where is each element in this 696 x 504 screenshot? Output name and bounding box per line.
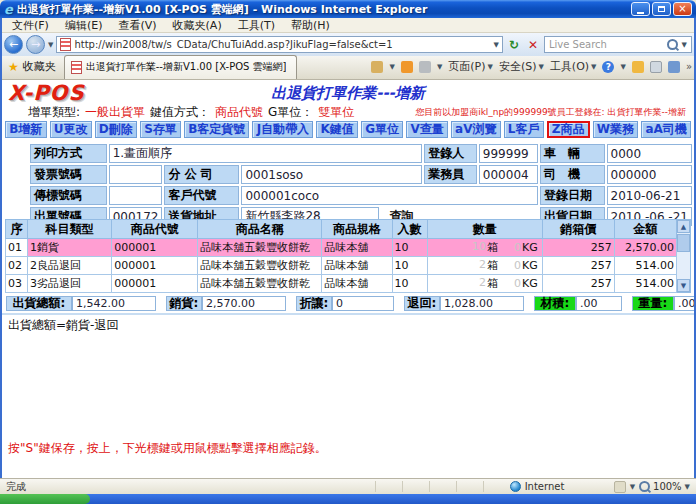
table-row[interactable]: 03 3劣品退回 000001 品味本舖五穀豐收餅乾 品味本舖 10 2箱0KG… [6,275,677,293]
btn-driver[interactable]: aA司機 [641,121,691,138]
weight-field[interactable]: .00 [674,296,696,311]
btn-key-value[interactable]: K鍵值 [316,121,358,138]
driver-field[interactable]: 000000 [607,165,692,184]
sales-total-field[interactable]: 2,570.00 [202,296,286,311]
discount-field[interactable]: 0 [332,296,394,311]
nav-dropdown-icon[interactable]: ▼ [48,41,53,49]
table-row[interactable]: 01 1銷貨 000001 品味本舖五穀豐收餅乾 品味本舖 10 10箱0KG … [6,239,677,257]
picture-icon[interactable] [668,61,680,73]
voucher-no-label: 傳標號碼 [30,186,107,205]
kg-unit-label: KG [522,277,538,290]
returns-field[interactable]: 1,028.00 [440,296,524,311]
register-date-field[interactable]: 2010-06-21 [607,186,692,205]
btn-unit[interactable]: G單位 [361,121,403,138]
weight-label: 重量: [632,296,674,311]
operator-field[interactable]: 999999 [479,144,538,163]
scroll-thumb[interactable] [677,234,690,252]
page-menu-button[interactable]: 页面(P)▼ [448,59,493,74]
btn-add-new[interactable]: B增新 [5,121,47,138]
favorites-button[interactable]: ★ 收藏夹 [4,56,64,79]
cell-seq: 01 [6,239,28,257]
print-icon[interactable] [419,61,431,73]
zoom-control[interactable]: 100% ▼ [639,481,690,492]
btn-save[interactable]: S存單 [140,121,181,138]
btn-customer[interactable]: L客戶 [504,121,544,138]
invoice-no-field[interactable] [109,165,163,184]
overflow-chevron-icon[interactable]: » [686,61,692,72]
rss-icon[interactable] [401,61,413,73]
search-icon[interactable] [667,39,678,50]
formula-note: 出貨總額=銷貨-退回 [8,317,118,334]
col-per-box: 入數 [392,220,427,239]
help-dropdown-icon[interactable]: ▼ [620,63,625,71]
invoice-no-label: 發票號碼 [30,165,107,184]
menu-item-view[interactable]: 查看(V) [118,18,156,33]
btn-modify[interactable]: U更改 [50,121,92,138]
vehicle-field[interactable]: 0000 [607,144,692,163]
btn-check-quantity[interactable]: V查量 [406,121,448,138]
home-dropdown-icon[interactable]: ▼ [389,63,394,71]
status-pane [483,481,506,492]
start-button[interactable] [0,494,90,504]
kg-quantity: 0KG [514,241,538,254]
scroll-down-icon[interactable]: ▼ [677,279,690,292]
print-dropdown-icon[interactable]: ▼ [437,63,442,71]
address-input[interactable]: http://win2008/tw/s_CData/ChuTuiAdd.asp?… [56,36,503,53]
menu-item-tools[interactable]: 工具(T) [238,18,275,33]
zoom-dropdown-icon[interactable]: ▼ [685,483,690,491]
unit-mode-value: 雙單位 [318,104,354,121]
btn-delete[interactable]: D刪除 [95,121,137,138]
order-meta: 增單類型: 一般出貨單 鍵值方式： 商品代號 G單位： 雙單位 [28,104,354,121]
search-box[interactable]: Live Search ▼ [544,36,692,53]
close-button[interactable]: × [673,2,692,16]
safety-menu-button[interactable]: 安全(S)▼ [499,59,544,74]
refresh-button[interactable]: ↻ [506,36,522,53]
table-row[interactable]: 02 2良品退回 000001 品味本舖五穀豐收餅乾 品味本舖 10 2箱0KG… [6,257,677,275]
protected-mode-dropdown-icon[interactable]: ▼ [630,483,635,491]
tab-title: 出退貨打單作業--增新V1.00 [X-POS 雲端網] [86,60,287,74]
back-button[interactable]: ← [4,35,23,54]
menu-item-favorites[interactable]: 收藏夹(A) [173,18,222,33]
maximize-button[interactable] [652,2,671,16]
customer-code-field[interactable]: 000001coco [241,186,538,205]
menu-item-edit[interactable]: 编辑(E) [65,18,103,33]
btn-sales[interactable]: W業務 [593,121,639,138]
home-icon[interactable] [371,61,383,73]
address-dropdown-icon[interactable]: ▼ [494,41,499,49]
edit-icon[interactable] [650,61,662,73]
box-quantity: 10箱 [472,240,498,255]
col-seq: 序 [6,220,28,239]
scroll-up-icon[interactable]: ▲ [677,220,690,233]
col-product-code: 商品代號 [112,220,198,239]
menu-item-help[interactable]: 帮助(H) [291,18,330,33]
operator-label: 登錄人 [424,144,477,163]
stop-button[interactable]: ✕ [525,36,541,53]
volume-field[interactable]: .00 [576,296,622,311]
search-dropdown-icon[interactable]: ▼ [682,41,687,49]
salesman-field[interactable]: 000004 [479,165,538,184]
tools-menu-button[interactable]: 工具(O)▼ [550,59,597,74]
cell-product-code: 000001 [112,275,198,293]
branch-field[interactable]: 0001soso [241,165,422,184]
forward-button[interactable]: → [26,35,45,54]
page-title: 出退貨打單作業---增新 [2,84,694,103]
minimize-button[interactable] [631,2,650,16]
print-mode-field[interactable]: 1.畫面順序 [109,144,423,163]
btn-browse[interactable]: aV浏覽 [451,121,501,138]
page-meta-row: 增單類型: 一般出貨單 鍵值方式： 商品代號 G單位： 雙單位 您目前以加盟商i… [2,105,694,120]
messenger-icon[interactable] [632,61,644,73]
voucher-no-field[interactable] [109,186,163,205]
search-input[interactable]: Live Search [549,39,663,50]
btn-auto-fill[interactable]: J自動帶入 [252,121,313,138]
address-url[interactable]: http://win2008/tw/s_CData/ChuTuiAdd.asp?… [74,39,490,50]
shipment-total-field[interactable]: 1,542.00 [72,296,156,311]
tab-active[interactable]: 出退貨打單作業--增新V1.00 [X-POS 雲端網] [64,55,298,79]
table-scrollbar[interactable]: ▲ ▼ [677,219,691,293]
btn-product[interactable]: Z商品 [547,121,590,138]
items-area: 序 科目類型 商品代號 商品名稱 商品規格 入數 數量 銷箱價 金額 01 1銷… [5,219,691,293]
help-icon[interactable]: ? [602,61,614,73]
protected-mode-icon[interactable] [614,481,626,493]
btn-custom-code[interactable]: B客定貨號 [184,121,250,138]
box-qty-value: 2 [479,258,486,273]
menu-item-file[interactable]: 文件(F) [12,18,49,33]
